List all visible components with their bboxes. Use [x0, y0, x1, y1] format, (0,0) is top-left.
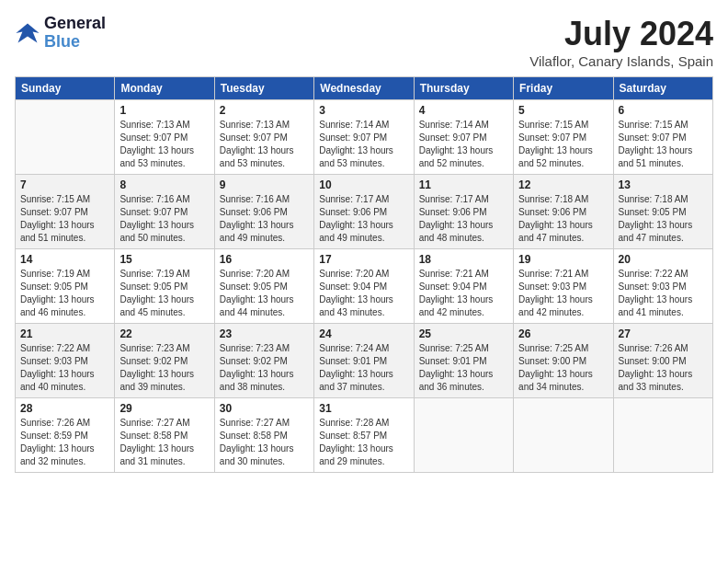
- month-year-title: July 2024: [529, 15, 713, 53]
- day-info: Sunrise: 7:27 AM Sunset: 8:58 PM Dayligh…: [119, 417, 209, 468]
- calendar-day-cell: 4Sunrise: 7:14 AM Sunset: 9:07 PM Daylig…: [414, 100, 513, 175]
- day-info: Sunrise: 7:19 AM Sunset: 9:05 PM Dayligh…: [20, 268, 109, 319]
- day-info: Sunrise: 7:14 AM Sunset: 9:07 PM Dayligh…: [419, 119, 508, 170]
- day-number: 2: [220, 104, 309, 117]
- calendar-day-cell: 1Sunrise: 7:13 AM Sunset: 9:07 PM Daylig…: [115, 100, 214, 175]
- calendar-day-cell: 13Sunrise: 7:18 AM Sunset: 9:05 PM Dayli…: [613, 175, 712, 249]
- day-info: Sunrise: 7:17 AM Sunset: 9:06 PM Dayligh…: [419, 193, 508, 245]
- day-info: Sunrise: 7:27 AM Sunset: 8:58 PM Dayligh…: [220, 417, 309, 468]
- day-number: 10: [319, 178, 408, 191]
- day-info: Sunrise: 7:18 AM Sunset: 9:05 PM Dayligh…: [619, 193, 708, 245]
- calendar-day-cell: 28Sunrise: 7:26 AM Sunset: 8:59 PM Dayli…: [16, 398, 115, 473]
- day-info: Sunrise: 7:15 AM Sunset: 9:07 PM Dayligh…: [518, 119, 608, 170]
- weekday-header-tuesday: Tuesday: [214, 77, 313, 100]
- logo-icon: [15, 20, 40, 46]
- day-number: 19: [518, 253, 608, 266]
- weekday-header-monday: Monday: [115, 77, 214, 100]
- calendar-day-cell: 5Sunrise: 7:15 AM Sunset: 9:07 PM Daylig…: [514, 100, 613, 175]
- calendar-day-cell: 12Sunrise: 7:18 AM Sunset: 9:06 PM Dayli…: [514, 175, 613, 249]
- day-info: Sunrise: 7:21 AM Sunset: 9:03 PM Dayligh…: [518, 268, 608, 319]
- day-number: 24: [319, 327, 408, 340]
- calendar-day-cell: 23Sunrise: 7:23 AM Sunset: 9:02 PM Dayli…: [214, 324, 313, 398]
- calendar-day-cell: 24Sunrise: 7:24 AM Sunset: 9:01 PM Dayli…: [314, 324, 414, 398]
- calendar-day-cell: [514, 398, 613, 473]
- calendar-day-cell: [414, 398, 513, 473]
- calendar-week-row: 7Sunrise: 7:15 AM Sunset: 9:07 PM Daylig…: [16, 175, 713, 249]
- day-info: Sunrise: 7:19 AM Sunset: 9:05 PM Dayligh…: [119, 268, 209, 319]
- day-number: 21: [20, 327, 109, 340]
- calendar-day-cell: 14Sunrise: 7:19 AM Sunset: 9:05 PM Dayli…: [16, 249, 115, 324]
- calendar-day-cell: 26Sunrise: 7:25 AM Sunset: 9:00 PM Dayli…: [514, 324, 613, 398]
- calendar-day-cell: [16, 100, 115, 175]
- calendar-day-cell: 18Sunrise: 7:21 AM Sunset: 9:04 PM Dayli…: [414, 249, 513, 324]
- day-number: 4: [419, 104, 508, 117]
- calendar-day-cell: 22Sunrise: 7:23 AM Sunset: 9:02 PM Dayli…: [115, 324, 214, 398]
- day-info: Sunrise: 7:25 AM Sunset: 9:00 PM Dayligh…: [518, 342, 608, 394]
- day-info: Sunrise: 7:16 AM Sunset: 9:06 PM Dayligh…: [220, 193, 309, 245]
- day-info: Sunrise: 7:28 AM Sunset: 8:57 PM Dayligh…: [319, 417, 408, 468]
- calendar-day-cell: 27Sunrise: 7:26 AM Sunset: 9:00 PM Dayli…: [613, 324, 712, 398]
- day-info: Sunrise: 7:15 AM Sunset: 9:07 PM Dayligh…: [20, 193, 109, 245]
- calendar-day-cell: 17Sunrise: 7:20 AM Sunset: 9:04 PM Dayli…: [314, 249, 414, 324]
- day-number: 9: [220, 178, 309, 191]
- logo: General Blue: [15, 15, 106, 52]
- day-info: Sunrise: 7:25 AM Sunset: 9:01 PM Dayligh…: [419, 342, 508, 394]
- day-number: 27: [619, 327, 708, 340]
- day-number: 25: [419, 327, 508, 340]
- day-info: Sunrise: 7:13 AM Sunset: 9:07 PM Dayligh…: [220, 119, 309, 170]
- calendar-day-cell: 16Sunrise: 7:20 AM Sunset: 9:05 PM Dayli…: [214, 249, 313, 324]
- day-number: 16: [220, 253, 309, 266]
- day-number: 7: [20, 178, 109, 191]
- day-number: 8: [119, 178, 209, 191]
- calendar-day-cell: 25Sunrise: 7:25 AM Sunset: 9:01 PM Dayli…: [414, 324, 513, 398]
- day-info: Sunrise: 7:16 AM Sunset: 9:07 PM Dayligh…: [119, 193, 209, 245]
- day-number: 23: [220, 327, 309, 340]
- calendar-day-cell: 11Sunrise: 7:17 AM Sunset: 9:06 PM Dayli…: [414, 175, 513, 249]
- logo-text: General Blue: [44, 15, 106, 52]
- calendar-day-cell: 31Sunrise: 7:28 AM Sunset: 8:57 PM Dayli…: [314, 398, 414, 473]
- calendar-day-cell: 21Sunrise: 7:22 AM Sunset: 9:03 PM Dayli…: [16, 324, 115, 398]
- day-info: Sunrise: 7:14 AM Sunset: 9:07 PM Dayligh…: [319, 119, 408, 170]
- weekday-header-row: SundayMondayTuesdayWednesdayThursdayFrid…: [16, 77, 713, 100]
- day-number: 30: [220, 402, 309, 415]
- calendar-day-cell: 2Sunrise: 7:13 AM Sunset: 9:07 PM Daylig…: [214, 100, 313, 175]
- day-info: Sunrise: 7:20 AM Sunset: 9:05 PM Dayligh…: [220, 268, 309, 319]
- day-number: 1: [119, 104, 209, 117]
- day-number: 11: [419, 178, 508, 191]
- day-info: Sunrise: 7:24 AM Sunset: 9:01 PM Dayligh…: [319, 342, 408, 394]
- calendar-day-cell: 6Sunrise: 7:15 AM Sunset: 9:07 PM Daylig…: [613, 100, 712, 175]
- weekday-header-saturday: Saturday: [613, 77, 712, 100]
- day-info: Sunrise: 7:23 AM Sunset: 9:02 PM Dayligh…: [220, 342, 309, 394]
- day-number: 15: [119, 253, 209, 266]
- calendar-week-row: 28Sunrise: 7:26 AM Sunset: 8:59 PM Dayli…: [16, 398, 713, 473]
- day-info: Sunrise: 7:26 AM Sunset: 8:59 PM Dayligh…: [20, 417, 109, 468]
- location-subtitle: Vilaflor, Canary Islands, Spain: [529, 53, 713, 69]
- calendar-table: SundayMondayTuesdayWednesdayThursdayFrid…: [15, 76, 713, 473]
- calendar-day-cell: 19Sunrise: 7:21 AM Sunset: 9:03 PM Dayli…: [514, 249, 613, 324]
- day-info: Sunrise: 7:15 AM Sunset: 9:07 PM Dayligh…: [619, 119, 708, 170]
- calendar-week-row: 14Sunrise: 7:19 AM Sunset: 9:05 PM Dayli…: [16, 249, 713, 324]
- day-info: Sunrise: 7:17 AM Sunset: 9:06 PM Dayligh…: [319, 193, 408, 245]
- day-number: 6: [619, 104, 708, 117]
- day-info: Sunrise: 7:18 AM Sunset: 9:06 PM Dayligh…: [518, 193, 608, 245]
- day-info: Sunrise: 7:13 AM Sunset: 9:07 PM Dayligh…: [119, 119, 209, 170]
- day-number: 17: [319, 253, 408, 266]
- calendar-day-cell: 8Sunrise: 7:16 AM Sunset: 9:07 PM Daylig…: [115, 175, 214, 249]
- day-number: 26: [518, 327, 608, 340]
- day-info: Sunrise: 7:22 AM Sunset: 9:03 PM Dayligh…: [20, 342, 109, 394]
- calendar-day-cell: 10Sunrise: 7:17 AM Sunset: 9:06 PM Dayli…: [314, 175, 414, 249]
- day-number: 5: [518, 104, 608, 117]
- page-header: General Blue July 2024 Vilaflor, Canary …: [15, 15, 713, 69]
- day-number: 20: [619, 253, 708, 266]
- day-number: 14: [20, 253, 109, 266]
- weekday-header-friday: Friday: [514, 77, 613, 100]
- day-info: Sunrise: 7:26 AM Sunset: 9:00 PM Dayligh…: [619, 342, 708, 394]
- day-info: Sunrise: 7:23 AM Sunset: 9:02 PM Dayligh…: [119, 342, 209, 394]
- day-number: 28: [20, 402, 109, 415]
- weekday-header-wednesday: Wednesday: [314, 77, 414, 100]
- day-number: 31: [319, 402, 408, 415]
- day-info: Sunrise: 7:20 AM Sunset: 9:04 PM Dayligh…: [319, 268, 408, 319]
- calendar-day-cell: 9Sunrise: 7:16 AM Sunset: 9:06 PM Daylig…: [214, 175, 313, 249]
- day-number: 29: [119, 402, 209, 415]
- calendar-day-cell: 29Sunrise: 7:27 AM Sunset: 8:58 PM Dayli…: [115, 398, 214, 473]
